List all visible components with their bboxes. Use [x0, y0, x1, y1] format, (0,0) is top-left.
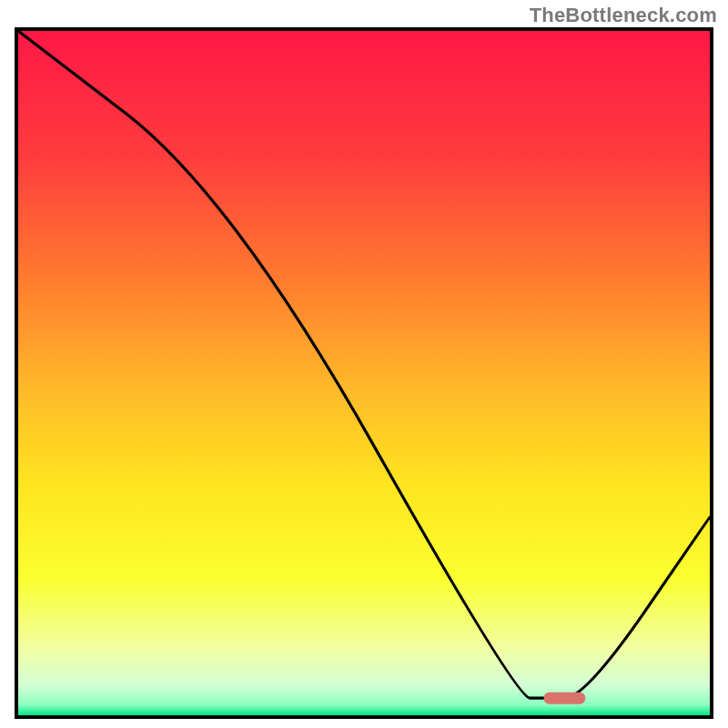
optimal-range-marker	[544, 693, 586, 704]
chart-svg	[18, 31, 710, 715]
chart-background	[18, 31, 710, 715]
chart-frame	[15, 27, 713, 719]
watermark-text: TheBottleneck.com	[530, 4, 717, 27]
